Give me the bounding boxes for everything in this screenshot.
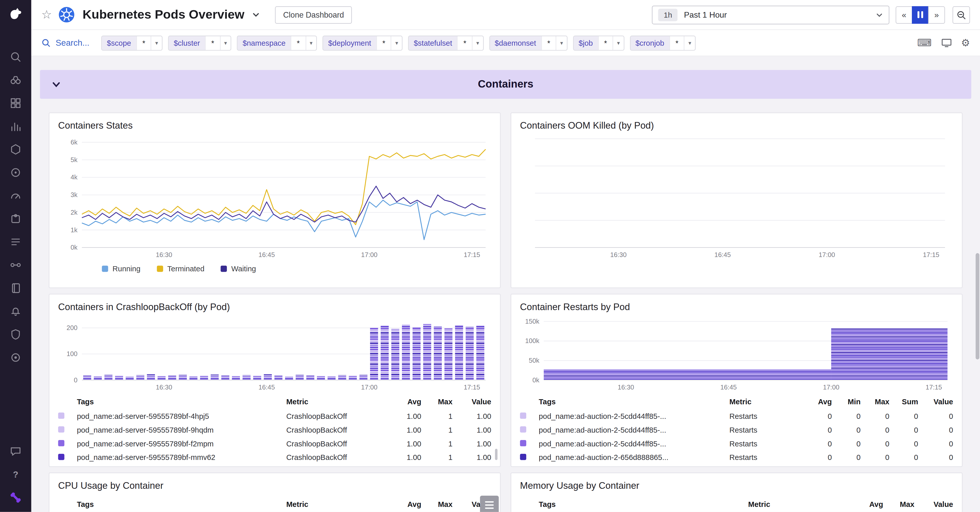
- table-row[interactable]: pod_name:ad-auction-2-656d888865...Resta…: [520, 451, 953, 464]
- sidebar-item-integrations[interactable]: [8, 212, 23, 226]
- svg-text:150k: 150k: [525, 318, 539, 325]
- sidebar-item-ci[interactable]: [8, 258, 23, 272]
- template-variable-deployment[interactable]: $deployment * ▾: [323, 35, 402, 50]
- row-value: 1.00: [386, 439, 421, 448]
- column-header[interactable]: Min: [832, 397, 861, 406]
- oom-killed-chart[interactable]: 16:3016:4517:0017:15: [520, 134, 951, 259]
- tv-mode-icon[interactable]: [941, 38, 952, 48]
- sidebar-item-security[interactable]: [8, 328, 23, 341]
- chevron-down-icon: ▾: [220, 36, 231, 50]
- column-header[interactable]: Tags: [539, 500, 748, 509]
- sidebar-item-apm[interactable]: [8, 165, 23, 180]
- title-dropdown-caret[interactable]: [252, 11, 260, 19]
- legend-item-terminated[interactable]: Terminated: [157, 264, 204, 273]
- template-variable-namespace[interactable]: $namespace * ▾: [237, 35, 317, 50]
- column-header[interactable]: Tags: [77, 397, 286, 406]
- keyboard-shortcuts-icon[interactable]: ⌨: [917, 38, 932, 48]
- svg-text:16:30: 16:30: [156, 251, 172, 258]
- column-header[interactable]: Max: [422, 500, 452, 509]
- column-header[interactable]: Max: [422, 397, 452, 406]
- table-row[interactable]: pod_name:ad-auction-2-5cdd44ff85-...Rest…: [520, 409, 953, 423]
- column-header[interactable]: Max: [883, 500, 914, 509]
- table-row[interactable]: pod_name:ad-server-59555789bf-4hpj5Crash…: [58, 409, 491, 423]
- chevron-down-icon: ▾: [305, 36, 316, 50]
- sidebar-item-metrics[interactable]: [8, 119, 23, 133]
- column-header[interactable]: Value: [452, 397, 491, 406]
- svg-text:0k: 0k: [532, 377, 539, 383]
- template-variable-cronjob[interactable]: $cronjob * ▾: [630, 35, 696, 50]
- settings-gear-icon[interactable]: ⚙: [961, 38, 970, 48]
- series-color-chip: [520, 412, 526, 418]
- sidebar-bottom: ?: [8, 444, 23, 507]
- sidebar-item-watchdog[interactable]: [8, 73, 23, 87]
- sidebar-item-monitors[interactable]: [8, 304, 23, 318]
- favorite-star-icon[interactable]: ☆: [41, 9, 52, 21]
- hexagon-icon: [10, 143, 22, 156]
- column-header[interactable]: Tags: [77, 500, 286, 509]
- table-header-row: TagsMetricAvgMaxValue: [520, 496, 953, 512]
- column-header[interactable]: Avg: [386, 397, 421, 406]
- sidebar-item-dashboards[interactable]: [8, 96, 23, 110]
- row-value: 0: [803, 439, 832, 448]
- table-row[interactable]: pod_name:ad-auction-2-5cdd44ff85-...Rest…: [520, 423, 953, 437]
- row-value: 0: [861, 426, 889, 434]
- time-skip-back-button[interactable]: «: [896, 6, 912, 24]
- time-range-selector[interactable]: 1h Past 1 Hour: [652, 5, 889, 24]
- containers-states-chart[interactable]: 0k1k2k3k4k5k6k16:3016:4517:0017:15: [58, 134, 490, 259]
- datadog-logo[interactable]: [6, 5, 25, 24]
- page-scrollbar-thumb[interactable]: [976, 253, 980, 359]
- sidebar-item-notebooks[interactable]: [8, 281, 23, 295]
- column-header[interactable]: Max: [861, 397, 889, 406]
- template-variable-statefulset[interactable]: $statefulset * ▾: [408, 35, 484, 50]
- column-header[interactable]: Metric: [748, 500, 848, 509]
- svg-text:0k: 0k: [71, 244, 78, 251]
- sidebar-item-infrastructure[interactable]: [8, 142, 23, 156]
- template-variable-cluster[interactable]: $cluster * ▾: [168, 35, 231, 50]
- zoom-out-button[interactable]: [953, 6, 970, 24]
- row-value: 0: [832, 439, 861, 448]
- clone-dashboard-button[interactable]: Clone Dashboard: [275, 6, 352, 24]
- legend-item-running[interactable]: Running: [102, 264, 140, 273]
- pause-refresh-button[interactable]: [912, 6, 929, 24]
- column-header[interactable]: Tags: [539, 397, 729, 406]
- row-value: 0: [861, 412, 889, 421]
- column-header[interactable]: Value: [915, 500, 953, 509]
- template-variable-job[interactable]: $job * ▾: [573, 35, 624, 50]
- table-scrollbar-thumb[interactable]: [495, 449, 498, 460]
- column-header[interactable]: Avg: [386, 500, 421, 509]
- sidebar-item-chat[interactable]: [8, 444, 23, 458]
- dashboard-search[interactable]: Search...: [41, 38, 89, 48]
- sidebar-item-synthetics[interactable]: [8, 351, 23, 364]
- notebook-icon: [10, 282, 22, 294]
- table-row[interactable]: pod_name:ad-server-59555789bf-9hqdmCrash…: [58, 423, 491, 437]
- container-restarts-chart[interactable]: 0k50k100k150k16:3016:4517:0017:15: [520, 315, 951, 391]
- table-row[interactable]: pod_name:ad-server-59555789bf-mmv62Crash…: [58, 451, 491, 464]
- crashloopbackoff-chart[interactable]: 010020016:3016:4517:0017:15: [58, 315, 490, 391]
- sidebar-item-bits-ai[interactable]: [8, 491, 23, 504]
- time-controls: 1h Past 1 Hour « »: [652, 5, 970, 24]
- template-variable-daemonset[interactable]: $daemonset * ▾: [489, 35, 568, 50]
- legend-item-waiting[interactable]: Waiting: [221, 264, 256, 273]
- sidebar-nav: [8, 50, 23, 364]
- sidebar-item-logs[interactable]: [8, 235, 23, 249]
- column-header[interactable]: Sum: [889, 397, 918, 406]
- table-row[interactable]: pod_name:ad-auction-2-5cdd44ff85-...Rest…: [520, 437, 953, 451]
- column-header[interactable]: Metric: [286, 397, 387, 406]
- pause-icon: [918, 11, 923, 18]
- column-header[interactable]: Metric: [729, 397, 803, 406]
- sidebar-item-search[interactable]: [8, 50, 23, 64]
- template-variable-scope[interactable]: $scope * ▾: [101, 35, 162, 50]
- row-value: 0: [918, 426, 953, 434]
- section-navigator-button[interactable]: [480, 496, 499, 512]
- table-row[interactable]: pod_name:ad-server-59555789bf-f2mpmCrash…: [58, 437, 491, 451]
- section-containers-header[interactable]: Containers: [40, 70, 971, 99]
- column-header[interactable]: Avg: [848, 500, 883, 509]
- column-header[interactable]: Avg: [803, 397, 832, 406]
- column-header[interactable]: Metric: [286, 500, 387, 509]
- time-skip-forward-button[interactable]: »: [928, 6, 945, 24]
- sidebar-item-service-management[interactable]: [8, 189, 23, 203]
- sidebar-item-help[interactable]: ?: [8, 467, 23, 481]
- metrics-bars-icon: [10, 120, 22, 132]
- row-value: CrashloopBackOff: [286, 439, 387, 448]
- column-header[interactable]: Value: [918, 397, 953, 406]
